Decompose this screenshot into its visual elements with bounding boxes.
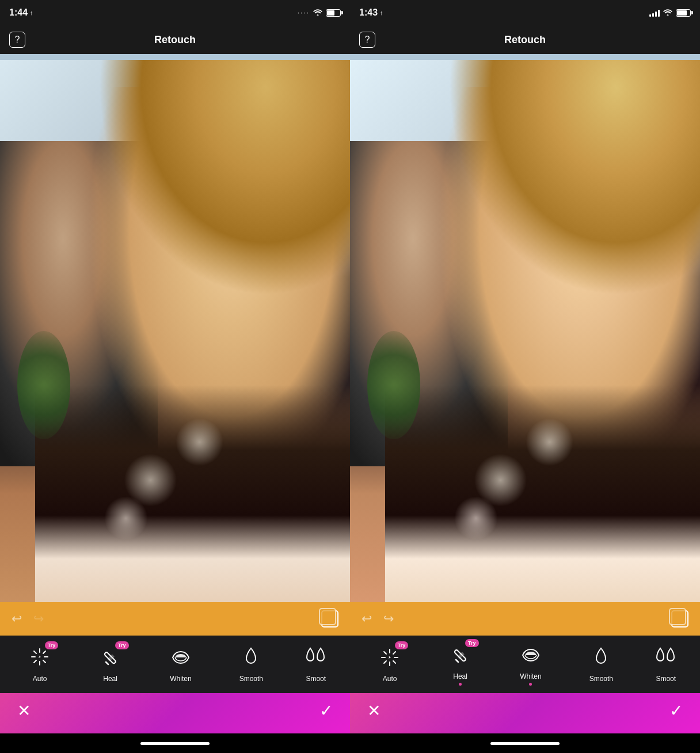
location-arrow-right: ↑ xyxy=(380,9,383,16)
confirm-button-right[interactable]: ✓ xyxy=(669,701,683,720)
wifi-icon-left xyxy=(313,7,322,18)
smoot-icon-left xyxy=(305,647,328,670)
svg-line-23 xyxy=(456,660,458,662)
whiten-icon-right xyxy=(520,647,541,665)
undo-icon-left[interactable]: ↩ xyxy=(12,611,22,626)
smooth-label-left: Smooth xyxy=(239,675,263,683)
undo-redo-right: ↩ ↪ xyxy=(362,611,394,626)
whiten-icon-left xyxy=(170,649,191,668)
auto-label-right: Auto xyxy=(383,675,397,683)
home-indicator-left xyxy=(0,733,350,753)
smoot-label-left: Smoot xyxy=(306,675,326,683)
undo-redo-left: ↩ ↪ xyxy=(12,611,44,626)
smoot-label-right: Smoot xyxy=(656,675,676,683)
status-bar-right: 1:43 ↑ xyxy=(350,0,700,25)
svg-line-6 xyxy=(43,651,45,653)
heal-dot-right xyxy=(459,683,462,686)
confirm-button-left[interactable]: ✓ xyxy=(319,701,333,720)
action-bar-right: ✕ ✓ xyxy=(350,693,700,733)
auto-icon-right xyxy=(381,648,399,669)
smooth-label-right: Smooth xyxy=(589,675,613,683)
copy-icon-left[interactable] xyxy=(321,610,338,628)
tool-smoot-right[interactable]: Smoot xyxy=(649,646,683,683)
heal-label-right: Heal xyxy=(453,672,467,680)
status-right-icons xyxy=(649,7,691,18)
heal-icon-left xyxy=(101,648,120,669)
status-center-left: ···· xyxy=(298,7,341,18)
svg-line-18 xyxy=(393,652,395,654)
whiten-dot-right xyxy=(529,683,532,686)
photo-area-right[interactable] xyxy=(350,60,700,602)
tool-auto-right[interactable]: Try Auto xyxy=(367,646,413,683)
whiten-label-right: Whiten xyxy=(520,672,541,680)
svg-marker-20 xyxy=(389,656,391,659)
smooth-icon-left xyxy=(243,647,259,670)
help-button-right[interactable]: ? xyxy=(359,32,375,48)
status-bar-left: 1:44 ↑ ···· xyxy=(0,0,350,25)
try-badge-auto-left: Try xyxy=(45,641,59,649)
blue-bar-right xyxy=(350,54,700,60)
battery-icon-right xyxy=(676,9,691,17)
svg-marker-8 xyxy=(39,656,41,658)
svg-line-16 xyxy=(384,652,386,654)
heal-label-left: Heal xyxy=(103,675,117,683)
wifi-icon-right xyxy=(663,7,672,18)
header-left: ? Retouch xyxy=(0,25,350,54)
copy-icon-right[interactable] xyxy=(671,610,688,628)
help-button-left[interactable]: ? xyxy=(9,32,25,48)
status-time-right: 1:43 ↑ xyxy=(359,7,383,18)
try-badge-auto-right: Try xyxy=(395,641,409,649)
header-title-right: Retouch xyxy=(504,34,546,46)
undo-icon-right[interactable]: ↩ xyxy=(362,611,372,626)
svg-line-11 xyxy=(106,662,108,664)
whiten-label-left: Whiten xyxy=(170,675,191,683)
battery-icon-left xyxy=(326,9,341,17)
tools-bar-right: Try Auto xyxy=(350,636,700,693)
try-badge-heal-right: Try xyxy=(465,639,479,647)
cancel-button-right[interactable]: ✕ xyxy=(367,701,381,720)
status-time-left: 1:44 ↑ xyxy=(9,7,33,18)
cancel-button-left[interactable]: ✕ xyxy=(17,701,31,720)
signal-bars-right xyxy=(649,9,660,17)
orange-bar-left: ↩ ↪ xyxy=(0,602,350,636)
svg-line-17 xyxy=(393,661,395,663)
photo-area-left[interactable] xyxy=(0,60,350,602)
header-title-left: Retouch xyxy=(154,34,196,46)
tools-bar-left: Try Auto xyxy=(0,636,350,693)
right-panel: 1:43 ↑ ? Retouch xyxy=(350,0,700,753)
header-right: ? Retouch xyxy=(350,25,700,54)
svg-line-5 xyxy=(43,660,45,663)
smooth-icon-right xyxy=(593,647,609,670)
try-badge-heal-left: Try xyxy=(115,641,129,649)
left-panel: 1:44 ↑ ···· ? Retouch xyxy=(0,0,350,753)
redo-icon-left[interactable]: ↪ xyxy=(33,611,44,626)
tool-smoot-left[interactable]: Smoot xyxy=(299,646,333,683)
signal-dots-left: ···· xyxy=(298,9,310,17)
svg-line-7 xyxy=(34,660,36,663)
tool-whiten-right[interactable]: Whiten xyxy=(508,644,554,686)
auto-icon-left xyxy=(31,648,49,670)
tool-heal-right[interactable]: Try Heal xyxy=(438,644,484,686)
tool-smooth-left[interactable]: Smooth xyxy=(228,646,274,683)
location-arrow-left: ↑ xyxy=(30,9,33,16)
tool-whiten-left[interactable]: Whiten xyxy=(158,646,204,683)
svg-line-19 xyxy=(384,661,386,663)
heal-icon-right xyxy=(451,646,470,667)
smoot-icon-right xyxy=(655,647,678,670)
auto-label-left: Auto xyxy=(33,675,47,683)
tool-heal-left[interactable]: Try Heal xyxy=(88,646,134,683)
svg-line-4 xyxy=(34,651,36,653)
action-bar-left: ✕ ✓ xyxy=(0,693,350,733)
tool-auto-left[interactable]: Try Auto xyxy=(17,646,63,683)
tool-smooth-right[interactable]: Smooth xyxy=(578,646,624,683)
home-indicator-right xyxy=(350,733,700,753)
orange-bar-right: ↩ ↪ xyxy=(350,602,700,636)
blue-bar-left xyxy=(0,54,350,60)
redo-icon-right[interactable]: ↪ xyxy=(383,611,394,626)
